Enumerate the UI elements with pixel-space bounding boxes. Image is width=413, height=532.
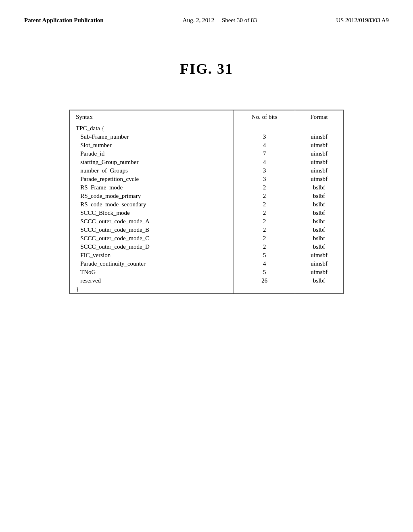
cell-bits: 2 [234, 217, 295, 226]
cell-syntax: reserved [70, 276, 234, 285]
cell-bits: 26 [234, 276, 295, 285]
table-row: SCCC_outer_code_mode_A2bslbf [70, 217, 343, 226]
cell-format: uimsbf [295, 166, 343, 175]
table-row: Parade_id7uimsbf [70, 150, 343, 158]
table-header-row: Syntax No. of bits Format [70, 110, 343, 124]
syntax-table: Syntax No. of bits Format TPC_data { Sub… [69, 110, 344, 294]
cell-syntax: FIC_version [70, 251, 234, 260]
cell-syntax: RS_Frame_mode [70, 183, 234, 192]
page: Patent Application Publication Aug. 2, 2… [0, 0, 413, 532]
cell-bits: 5 [234, 268, 295, 276]
table-row: SCCC_outer_code_mode_D2bslbf [70, 243, 343, 251]
cell-bits: 4 [234, 260, 295, 268]
cell-format: uimsbf [295, 260, 343, 268]
cell-format: uimsbf [295, 133, 343, 141]
cell-format: bslbf [295, 276, 343, 285]
cell-format: bslbf [295, 226, 343, 234]
cell-syntax: number_of_Groups [70, 166, 234, 175]
header-sheet: Sheet 30 of 83 [222, 17, 257, 23]
table-row: Parade_continuity_counter4uimsbf [70, 260, 343, 268]
cell-bits: 2 [234, 200, 295, 209]
cell-format: uimsbf [295, 158, 343, 166]
cell-syntax: SCCC_Block_mode [70, 209, 234, 217]
cell-syntax: RS_code_mode_secondary [70, 200, 234, 209]
table-row: SCCC_outer_code_mode_B2bslbf [70, 226, 343, 234]
cell-format: uimsbf [295, 141, 343, 150]
table-row: RS_code_mode_secondary2bslbf [70, 200, 343, 209]
header-patent-number: US 2012/0198303 A9 [336, 16, 389, 25]
cell-bits [234, 285, 295, 294]
cell-bits: 4 [234, 141, 295, 150]
cell-bits: 3 [234, 175, 295, 183]
cell-format [295, 285, 343, 294]
cell-format: uimsbf [295, 251, 343, 260]
cell-bits: 2 [234, 183, 295, 192]
cell-bits: 4 [234, 158, 295, 166]
cell-format: bslbf [295, 209, 343, 217]
table-row: Parade_repetition_cycle3uimsbf [70, 175, 343, 183]
cell-bits: 2 [234, 243, 295, 251]
cell-syntax: Parade_id [70, 150, 234, 158]
table-row: Sub-Frame_number3uimsbf [70, 133, 343, 141]
table-body: TPC_data { Sub-Frame_number3uimsbf Slot_… [70, 124, 343, 294]
page-header: Patent Application Publication Aug. 2, 2… [24, 16, 389, 28]
cell-bits: 5 [234, 251, 295, 260]
cell-bits: 2 [234, 234, 295, 243]
cell-format: uimsbf [295, 268, 343, 276]
cell-bits: 2 [234, 209, 295, 217]
table-row: TNoG5uimsbf [70, 268, 343, 276]
cell-bits: 3 [234, 133, 295, 141]
cell-bits: 3 [234, 166, 295, 175]
cell-syntax: Parade_repetition_cycle [70, 175, 234, 183]
cell-bits: 2 [234, 192, 295, 200]
header-publication-label: Patent Application Publication [24, 16, 104, 25]
col-header-format: Format [295, 110, 343, 124]
cell-syntax: SCCC_outer_code_mode_D [70, 243, 234, 251]
cell-syntax: Slot_number [70, 141, 234, 150]
table-row: FIC_version5uimsbf [70, 251, 343, 260]
cell-format: bslbf [295, 200, 343, 209]
table-row: Slot_number4uimsbf [70, 141, 343, 150]
cell-format: uimsbf [295, 175, 343, 183]
cell-bits: 2 [234, 226, 295, 234]
cell-syntax: SCCC_outer_code_mode_C [70, 234, 234, 243]
cell-syntax: Sub-Frame_number [70, 133, 234, 141]
cell-syntax: RS_code_mode_primary [70, 192, 234, 200]
cell-format: bslbf [295, 243, 343, 251]
cell-format: uimsbf [295, 150, 343, 158]
cell-format: bslbf [295, 217, 343, 226]
cell-syntax: TPC_data { [70, 124, 234, 133]
table-row: } [70, 285, 343, 294]
col-header-syntax: Syntax [70, 110, 234, 124]
cell-bits: 7 [234, 150, 295, 158]
header-date-sheet: Aug. 2, 2012 Sheet 30 of 83 [183, 16, 257, 25]
table-row: reserved26bslbf [70, 276, 343, 285]
table-row: SCCC_outer_code_mode_C2bslbf [70, 234, 343, 243]
table-row: starting_Group_number4uimsbf [70, 158, 343, 166]
cell-format: bslbf [295, 192, 343, 200]
header-date: Aug. 2, 2012 [183, 17, 214, 23]
table-row: number_of_Groups3uimsbf [70, 166, 343, 175]
table-row: RS_code_mode_primary2bslbf [70, 192, 343, 200]
cell-syntax: SCCC_outer_code_mode_A [70, 217, 234, 226]
cell-format: bslbf [295, 234, 343, 243]
cell-syntax: SCCC_outer_code_mode_B [70, 226, 234, 234]
cell-syntax: } [70, 285, 234, 294]
data-table-container: Syntax No. of bits Format TPC_data { Sub… [69, 110, 344, 294]
cell-format: bslbf [295, 183, 343, 192]
cell-syntax: TNoG [70, 268, 234, 276]
table-row: TPC_data { [70, 124, 343, 133]
cell-syntax: starting_Group_number [70, 158, 234, 166]
cell-bits [234, 124, 295, 133]
cell-format [295, 124, 343, 133]
col-header-bits: No. of bits [234, 110, 295, 124]
figure-title: FIG. 31 [24, 60, 389, 77]
table-row: RS_Frame_mode2bslbf [70, 183, 343, 192]
table-row: SCCC_Block_mode2bslbf [70, 209, 343, 217]
cell-syntax: Parade_continuity_counter [70, 260, 234, 268]
